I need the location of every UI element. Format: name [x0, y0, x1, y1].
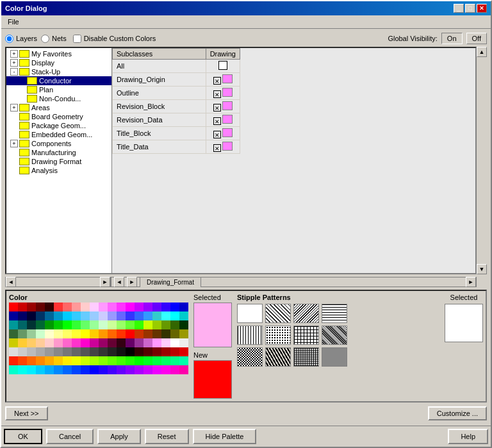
palette-swatch[interactable]: [72, 303, 81, 311]
drawing-format-tab[interactable]: Drawing_Format: [140, 277, 201, 287]
palette-swatch[interactable]: [54, 356, 63, 365]
palette-swatch[interactable]: [36, 311, 45, 320]
tree-item-plan[interactable]: Plan: [6, 85, 111, 94]
palette-swatch[interactable]: [170, 311, 179, 320]
nets-radio-input[interactable]: [41, 35, 49, 43]
palette-swatch[interactable]: [170, 320, 179, 329]
palette-swatch[interactable]: [90, 320, 99, 329]
palette-swatch[interactable]: [90, 365, 99, 374]
palette-swatch[interactable]: [27, 311, 36, 320]
palette-swatch[interactable]: [18, 365, 27, 374]
tree-item-package_geom[interactable]: Package Geom...: [6, 121, 111, 130]
palette-swatch[interactable]: [99, 311, 108, 320]
palette-swatch[interactable]: [54, 347, 63, 356]
palette-swatch[interactable]: [152, 338, 161, 347]
main-hscroll-end[interactable]: ►: [466, 277, 476, 287]
palette-swatch[interactable]: [179, 329, 188, 338]
palette-swatch[interactable]: [152, 303, 161, 311]
subclass-check-4[interactable]: ✕: [206, 113, 240, 127]
palette-swatch[interactable]: [63, 347, 72, 356]
table-row[interactable]: Outline✕: [113, 87, 240, 100]
palette-swatch[interactable]: [135, 320, 144, 329]
palette-swatch[interactable]: [72, 365, 81, 374]
palette-swatch[interactable]: [108, 329, 117, 338]
visibility-off-button[interactable]: Off: [466, 33, 487, 44]
palette-swatch[interactable]: [99, 347, 108, 356]
hscroll-controls[interactable]: ◄ ► Drawing_Format: [114, 277, 201, 287]
palette-swatch[interactable]: [152, 347, 161, 356]
stipple-pattern-10[interactable]: [293, 347, 319, 367]
palette-swatch[interactable]: [117, 303, 126, 311]
palette-swatch[interactable]: [99, 356, 108, 365]
palette-swatch[interactable]: [152, 320, 161, 329]
palette-swatch[interactable]: [144, 356, 152, 365]
palette-swatch[interactable]: [36, 303, 45, 311]
palette-swatch[interactable]: [90, 303, 99, 311]
palette-swatch[interactable]: [117, 311, 126, 320]
palette-swatch[interactable]: [90, 356, 99, 365]
expand-icon-my_favorites[interactable]: +: [10, 50, 18, 58]
nets-radio[interactable]: Nets: [41, 35, 67, 43]
palette-swatch[interactable]: [81, 338, 90, 347]
palette-swatch[interactable]: [135, 311, 144, 320]
palette-swatch[interactable]: [161, 311, 170, 320]
expand-icon-areas[interactable]: +: [10, 104, 18, 112]
palette-swatch[interactable]: [144, 303, 152, 311]
palette-swatch[interactable]: [135, 365, 144, 374]
main-hscroll-right[interactable]: ►: [127, 277, 137, 287]
palette-swatch[interactable]: [54, 329, 63, 338]
palette-swatch[interactable]: [161, 303, 170, 311]
palette-swatch[interactable]: [18, 329, 27, 338]
palette-swatch[interactable]: [81, 356, 90, 365]
palette-swatch[interactable]: [9, 356, 18, 365]
palette-swatch[interactable]: [18, 303, 27, 311]
tree-item-drawing_format[interactable]: Drawing Format: [6, 157, 111, 166]
palette-swatch[interactable]: [170, 338, 179, 347]
expand-icon-display[interactable]: +: [10, 59, 18, 67]
palette-swatch[interactable]: [179, 338, 188, 347]
palette-swatch[interactable]: [9, 338, 18, 347]
palette-swatch[interactable]: [54, 311, 63, 320]
main-hscroll-left[interactable]: ◄: [114, 277, 124, 287]
palette-swatch[interactable]: [144, 338, 152, 347]
palette-swatch[interactable]: [81, 303, 90, 311]
palette-swatch[interactable]: [126, 303, 135, 311]
palette-swatch[interactable]: [63, 311, 72, 320]
palette-swatch[interactable]: [161, 347, 170, 356]
palette-swatch[interactable]: [90, 338, 99, 347]
palette-swatch[interactable]: [45, 329, 54, 338]
stipple-pattern-11[interactable]: [322, 347, 347, 367]
stipple-pattern-9[interactable]: [265, 347, 291, 367]
palette-swatch[interactable]: [45, 347, 54, 356]
maximize-button[interactable]: □: [465, 4, 475, 13]
tree-panel[interactable]: +My Favorites+Display-Stack-UpConductorP…: [6, 48, 112, 273]
palette-swatch[interactable]: [179, 311, 188, 320]
palette-swatch[interactable]: [117, 338, 126, 347]
tree-item-analysis[interactable]: Analysis: [6, 166, 111, 175]
help-button[interactable]: Help: [448, 429, 488, 444]
palette-swatch[interactable]: [179, 356, 188, 365]
palette-swatch[interactable]: [81, 329, 90, 338]
subclass-check-0[interactable]: [206, 60, 240, 73]
palette-swatch[interactable]: [126, 338, 135, 347]
stipple-pattern-5[interactable]: [265, 326, 291, 345]
disable-custom-input[interactable]: [73, 35, 81, 43]
palette-swatch[interactable]: [36, 329, 45, 338]
tree-item-embedded_geom[interactable]: Embedded Geom...: [6, 130, 111, 139]
disable-custom-checkbox[interactable]: Disable Custom Colors: [73, 35, 156, 43]
color-swatch-row-5[interactable]: [222, 128, 233, 137]
minimize-button[interactable]: _: [454, 4, 464, 13]
palette-swatch[interactable]: [108, 320, 117, 329]
palette-swatch[interactable]: [161, 320, 170, 329]
palette-swatch[interactable]: [108, 347, 117, 356]
palette-swatch[interactable]: [126, 320, 135, 329]
palette-swatch[interactable]: [45, 356, 54, 365]
palette-swatch[interactable]: [99, 338, 108, 347]
palette-swatch[interactable]: [161, 338, 170, 347]
color-swatch-row-2[interactable]: [222, 88, 233, 97]
tree-item-board_geometry[interactable]: Board Geometry: [6, 112, 111, 121]
palette-swatch[interactable]: [54, 338, 63, 347]
palette-swatch[interactable]: [152, 311, 161, 320]
palette-swatch[interactable]: [161, 365, 170, 374]
palette-swatch[interactable]: [45, 311, 54, 320]
